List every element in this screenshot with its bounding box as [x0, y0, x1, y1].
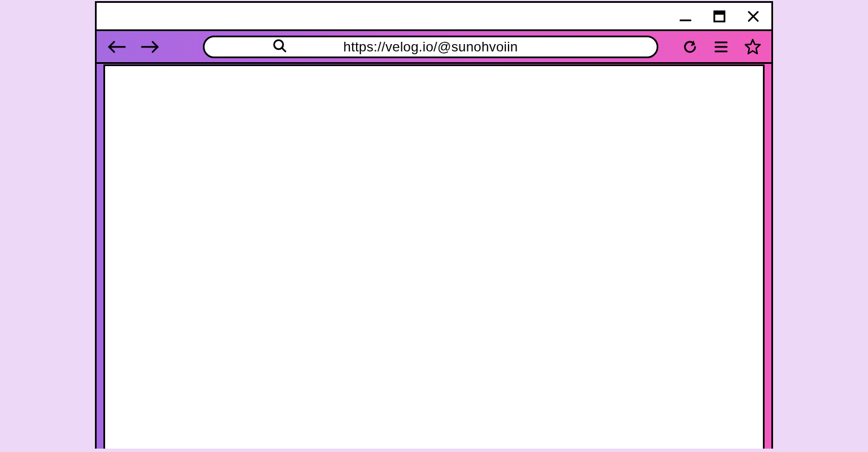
title-bar [97, 3, 771, 31]
arrow-right-icon [141, 40, 160, 54]
minimize-button[interactable] [678, 8, 693, 24]
bookmark-button[interactable] [744, 38, 761, 55]
reload-button[interactable] [682, 39, 698, 55]
page-content [103, 64, 765, 449]
content-wrapper [97, 64, 771, 449]
menu-button[interactable] [714, 40, 728, 54]
browser-window: https://velog.io/@sunohvoiin [95, 1, 773, 449]
close-icon [747, 10, 760, 23]
arrow-left-icon [107, 40, 126, 54]
svg-line-8 [282, 48, 285, 51]
nav-arrows [107, 40, 160, 54]
star-icon [744, 38, 761, 55]
maximize-icon [713, 10, 726, 23]
close-button[interactable] [745, 8, 761, 24]
right-controls [682, 38, 761, 55]
maximize-button[interactable] [711, 8, 727, 24]
forward-button[interactable] [141, 40, 160, 54]
address-bar[interactable]: https://velog.io/@sunohvoiin [203, 36, 658, 58]
reload-icon [682, 39, 698, 55]
hamburger-icon [714, 40, 728, 54]
search-icon [272, 38, 287, 55]
browser-toolbar: https://velog.io/@sunohvoiin [97, 31, 771, 64]
minimize-icon [679, 10, 692, 23]
back-button[interactable] [107, 40, 126, 54]
svg-rect-2 [714, 11, 724, 15]
